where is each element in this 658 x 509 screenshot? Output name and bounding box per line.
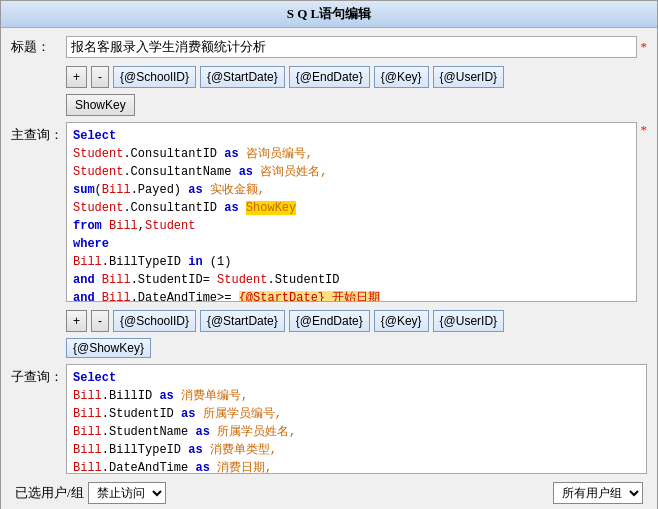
main-query-top-buttons: + - {@SchoolID} {@StartDate} {@EndDate} … <box>66 66 647 88</box>
showkey-bar: ShowKey <box>66 94 647 116</box>
param-userid-2[interactable]: {@UserID} <box>433 310 505 332</box>
param-schoolid-1[interactable]: {@SchoolID} <box>113 66 196 88</box>
param-startdate-1[interactable]: {@StartDate} <box>200 66 285 88</box>
main-add-button-2[interactable]: + <box>66 310 87 332</box>
main-query-editor[interactable]: Select Student.ConsultantID as 咨询员编号, St… <box>66 122 637 302</box>
main-query-label: 主查询： <box>11 122 66 144</box>
main-query-section: 主查询： Select Student.ConsultantID as 咨询员编… <box>11 122 647 302</box>
param-showkey[interactable]: {@ShowKey} <box>66 338 151 358</box>
main-remove-button[interactable]: - <box>91 66 109 88</box>
user-group-select[interactable]: 所有用户组 <box>553 482 643 504</box>
main-sql-content: Select Student.ConsultantID as 咨询员编号, St… <box>67 123 636 302</box>
showkey-button[interactable]: ShowKey <box>66 94 135 116</box>
title-required: * <box>641 39 648 55</box>
title-input[interactable] <box>66 36 637 58</box>
main-remove-button-2[interactable]: - <box>91 310 109 332</box>
main-query-bottom-buttons: + - {@SchoolID} {@StartDate} {@EndDate} … <box>66 310 647 332</box>
access-select[interactable]: 禁止访问 允许访问 <box>88 482 166 504</box>
main-window: S Q L语句编辑 标题： * + - {@SchoolID} {@StartD… <box>0 0 658 509</box>
sub-sql-content: Select Bill.BillID as 消费单编号, Bill.Studen… <box>67 365 646 473</box>
bottom-right: 所有用户组 <box>553 482 643 504</box>
param-startdate-2[interactable]: {@StartDate} <box>200 310 285 332</box>
title-bar: S Q L语句编辑 <box>1 1 657 28</box>
param-key-1[interactable]: {@Key} <box>374 66 429 88</box>
main-add-button[interactable]: + <box>66 66 87 88</box>
title-row: 标题： * <box>11 36 647 58</box>
param-schoolid-2[interactable]: {@SchoolID} <box>113 310 196 332</box>
bottom-left: 已选用户/组 禁止访问 允许访问 <box>15 482 166 504</box>
param-enddate-2[interactable]: {@EndDate} <box>289 310 370 332</box>
title-label: 标题： <box>11 38 66 56</box>
bottom-bar: 已选用户/组 禁止访问 允许访问 所有用户组 <box>11 482 647 504</box>
param-key-2[interactable]: {@Key} <box>374 310 429 332</box>
sub-query-section: 子查询： Select Bill.BillID as 消费单编号, Bill.S… <box>11 364 647 474</box>
window-title: S Q L语句编辑 <box>287 6 372 21</box>
param-userid-1[interactable]: {@UserID} <box>433 66 505 88</box>
sub-query-editor[interactable]: Select Bill.BillID as 消费单编号, Bill.Studen… <box>66 364 647 474</box>
sub-query-label: 子查询： <box>11 364 66 386</box>
selected-users-label: 已选用户/组 <box>15 484 84 502</box>
param-enddate-1[interactable]: {@EndDate} <box>289 66 370 88</box>
main-query-required: * <box>641 122 648 138</box>
showkey-bar-2: {@ShowKey} <box>66 338 647 358</box>
